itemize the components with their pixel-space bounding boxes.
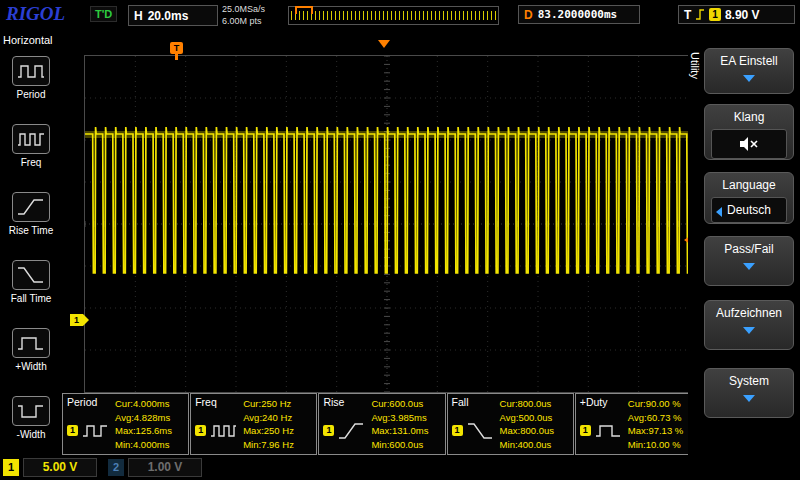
trigger-delay-indicator[interactable]	[378, 40, 390, 48]
preview-waveform	[291, 11, 496, 20]
sound-setting-box	[711, 129, 787, 159]
measurement-rise: Rise 1 Cur:600.0us Avg:3.985ms Max:131.0…	[318, 393, 445, 455]
measurement-name: Fall	[452, 396, 469, 408]
delay-readout: D 83.2000000ms	[518, 5, 640, 24]
chevron-down-icon	[743, 263, 755, 270]
measurement-name: Rise	[323, 396, 344, 408]
menu-item-fall-time[interactable]: Fall Time	[0, 260, 62, 322]
menu-item-label: Rise Time	[0, 225, 62, 236]
waveform-svg	[85, 56, 689, 392]
softkey-label: Aufzeichnen	[705, 301, 793, 320]
delay-value: 83.2000000ms	[538, 8, 617, 21]
trigger-source-badge: 1	[709, 8, 721, 21]
preview-window-bracket[interactable]	[295, 6, 313, 14]
channel1-tag: 1	[3, 459, 19, 476]
menu-item-label: Freq	[0, 157, 62, 168]
language-selector[interactable]: Deutsch	[711, 197, 787, 223]
top-status-bar: RIGOL T'D H 20.0ms 25.0MSa/s 6.00M pts D…	[0, 0, 800, 30]
menu-item-freq[interactable]: Freq	[0, 124, 62, 186]
channel2-tag: 2	[108, 459, 124, 476]
channel2-status[interactable]: 2 1.00 V	[108, 458, 202, 477]
channel-badge: 1	[195, 425, 206, 436]
menu-item-label: Period	[0, 89, 62, 100]
menu-item-label: -Width	[0, 429, 62, 440]
waveform-preview-strip[interactable]	[288, 6, 499, 25]
softkey-language[interactable]: Language Deutsch	[704, 172, 794, 224]
softkey-label: Klang	[705, 105, 793, 124]
measurement-menu: Horizontal Period Freq Rise Time Fall Ti…	[0, 30, 62, 480]
period-meas-icon	[81, 421, 109, 445]
measurement-values: Cur:600.0us Avg:3.985ms Max:131.0ms Min:…	[371, 397, 428, 451]
timebase-label: H	[129, 9, 148, 23]
channel2-scale: 1.00 V	[128, 458, 202, 477]
measurement-values: Cur:800.0us Avg:500.0us Max:800.0us Min:…	[500, 397, 554, 451]
softkey-pass-fail[interactable]: Pass/Fail	[704, 236, 794, 286]
utility-menu: Utility EA Einstell Klang Language Deuts…	[688, 30, 800, 480]
channel1-status[interactable]: 1 5.00 V	[3, 458, 97, 477]
fall-meas-icon	[466, 421, 494, 445]
measurement-fall: Fall 1 Cur:800.0us Avg:500.0us Max:800.0…	[447, 393, 574, 455]
waveform-display: T 1 T	[62, 30, 702, 393]
trigger-label: T	[684, 8, 691, 22]
measurement-name: Freq	[195, 396, 217, 408]
minus-width-icon	[12, 396, 50, 426]
freq-icon	[12, 124, 50, 154]
oscilloscope-screen: RIGOL T'D H 20.0ms 25.0MSa/s 6.00M pts D…	[0, 0, 800, 480]
measurement-values: Cur:90.00 % Avg:60.73 % Max:97.13 % Min:…	[628, 397, 683, 451]
menu-item-rise-time[interactable]: Rise Time	[0, 192, 62, 254]
channel-badge: 1	[67, 425, 78, 436]
softkey-label: System	[705, 369, 793, 388]
menu-item-period[interactable]: Period	[0, 56, 62, 118]
sample-rate: 25.0MSa/s	[222, 3, 265, 15]
freq-meas-icon	[209, 421, 237, 445]
chevron-down-icon	[743, 395, 755, 402]
language-value: Deutsch	[727, 203, 771, 217]
graticule	[84, 55, 690, 393]
measurement-period: Period 1 Cur:4.000ms Avg:4.828ms Max:125…	[62, 393, 189, 455]
measurement-values: Cur:250 Hz Avg:240 Hz Max:250 Hz Min:7.9…	[243, 397, 294, 451]
measurement-name: +Duty	[580, 396, 608, 408]
trigger-readout: T 1 8.90 V	[678, 5, 795, 24]
measurement-duty: +Duty 1 Cur:90.00 % Avg:60.73 % Max:97.1…	[575, 393, 702, 455]
duty-meas-icon	[594, 421, 622, 445]
measurement-bar: Period 1 Cur:4.000ms Avg:4.828ms Max:125…	[62, 393, 702, 455]
delay-label: D	[524, 8, 533, 22]
channel1-scale: 5.00 V	[23, 458, 97, 477]
fall-time-icon	[12, 260, 50, 290]
softkey-label: EA Einstell	[705, 49, 793, 68]
menu-item-label: +Width	[0, 361, 62, 372]
rise-time-icon	[12, 192, 50, 222]
trigger-slope-icon	[695, 8, 705, 21]
timebase-readout: H 20.0ms	[128, 5, 218, 26]
menu-item-plus-width[interactable]: +Width	[0, 328, 62, 390]
measurement-values: Cur:4.000ms Avg:4.828ms Max:125.6ms Min:…	[115, 397, 172, 451]
period-icon	[12, 56, 50, 86]
softkey-klang[interactable]: Klang	[704, 104, 794, 160]
chevron-down-icon	[743, 327, 755, 334]
softkey-label: Language	[705, 173, 793, 192]
trigger-position-marker[interactable]: T	[170, 42, 183, 54]
timebase-value: 20.0ms	[148, 9, 189, 23]
acquisition-info: 25.0MSa/s 6.00M pts	[222, 3, 265, 27]
memory-depth: 6.00M pts	[222, 15, 265, 27]
channel-status-bar: 1 5.00 V 2 1.00 V	[0, 455, 800, 480]
plus-width-icon	[12, 328, 50, 358]
menu-item-minus-width[interactable]: -Width	[0, 396, 62, 458]
menu-item-label: Fall Time	[0, 293, 62, 304]
trigger-level-value: 8.90 V	[725, 8, 760, 22]
measurement-freq: Freq 1 Cur:250 Hz Avg:240 Hz Max:250 Hz …	[190, 393, 317, 455]
softkey-aufzeichnen[interactable]: Aufzeichnen	[704, 300, 794, 350]
channel-badge: 1	[452, 425, 463, 436]
measurement-menu-title: Horizontal	[3, 34, 53, 46]
chevron-down-icon	[743, 75, 755, 82]
channel1-ground-marker[interactable]: 1	[70, 314, 83, 326]
channel-badge: 1	[580, 425, 591, 436]
softkey-system[interactable]: System	[704, 368, 794, 418]
softkey-label: Pass/Fail	[705, 237, 793, 256]
rigol-logo: RIGOL	[6, 3, 65, 25]
softkey-ea-einstell[interactable]: EA Einstell	[704, 48, 794, 94]
utility-menu-tab: Utility	[689, 52, 701, 79]
measurement-name: Period	[67, 396, 97, 408]
rise-meas-icon	[337, 421, 365, 445]
chevron-left-icon	[716, 207, 722, 217]
